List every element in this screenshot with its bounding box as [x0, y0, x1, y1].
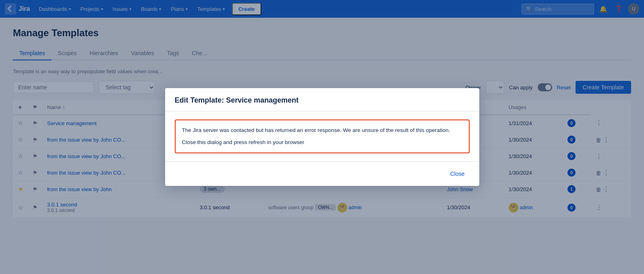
modal-title: Edit Template: Service management — [165, 88, 479, 111]
error-line1: The Jira server was contacted but has re… — [182, 126, 462, 135]
error-line2: Close this dialog and press refresh in y… — [182, 138, 462, 147]
modal-footer: Close — [165, 161, 479, 186]
modal-overlay: Edit Template: Service management The Ji… — [0, 0, 644, 227]
edit-template-modal: Edit Template: Service management The Ji… — [165, 88, 479, 185]
error-box: The Jira server was contacted but has re… — [175, 119, 470, 153]
modal-body: The Jira server was contacted but has re… — [165, 111, 479, 161]
modal-close-button[interactable]: Close — [445, 168, 470, 179]
